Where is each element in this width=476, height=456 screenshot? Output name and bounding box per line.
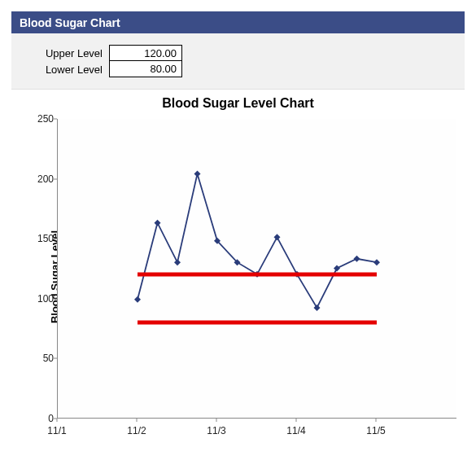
plot-wrap: Blood Sugar Level 05010015020025011/111/… [11, 114, 465, 440]
x-tick-label: 11/3 [207, 425, 225, 436]
x-tick-label: 11/5 [366, 425, 385, 436]
chart-title: Blood Sugar Level Chart [11, 96, 465, 111]
x-tick-label: 11/2 [127, 425, 146, 436]
upper-level-value[interactable]: 120.00 [109, 45, 182, 61]
chart-area: Blood Sugar Level Chart Blood Sugar Leve… [11, 96, 465, 440]
x-tick-label: 11/1 [47, 425, 66, 436]
plot [57, 119, 456, 419]
y-tick-label: 100 [29, 293, 54, 305]
upper-level-label: Upper Level [36, 45, 109, 61]
x-tick-label: 11/4 [286, 425, 305, 436]
y-tick-label: 250 [29, 113, 54, 125]
header-bar: Blood Sugar Chart [11, 11, 465, 33]
lower-level-label: Lower Level [36, 61, 109, 77]
header-title: Blood Sugar Chart [20, 16, 120, 29]
y-tick-label: 50 [29, 353, 54, 364]
lower-level-value[interactable]: 80.00 [109, 61, 182, 77]
upper-reference-line [138, 273, 377, 277]
line-series [58, 119, 456, 418]
lower-level-row: Lower Level 80.00 [20, 61, 456, 77]
y-tick-label: 150 [29, 233, 54, 244]
y-tick-label: 200 [29, 173, 54, 185]
lower-reference-line [138, 321, 377, 325]
y-tick-label: 0 [29, 413, 54, 424]
upper-level-row: Upper Level 120.00 [20, 45, 456, 61]
levels-panel: Upper Level 120.00 Lower Level 80.00 [11, 33, 465, 90]
